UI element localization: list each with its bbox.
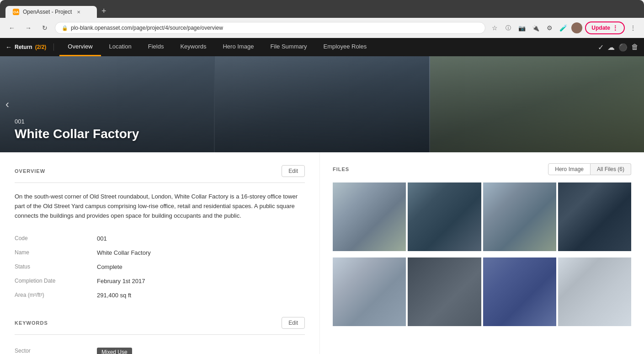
url-text: plo-blank.openasset.com/page/project/4/s…: [71, 25, 223, 31]
field-label-status: Status: [15, 263, 97, 270]
field-row-area: Area (m²/ft²) 291,400 sq ft: [15, 288, 305, 302]
hero-text: 001 White Collar Factory: [15, 118, 139, 141]
address-bar[interactable]: 🔒 plo-blank.openasset.com/page/project/4…: [55, 22, 485, 34]
field-label-area: Area (m²/ft²): [15, 292, 97, 299]
info-icon[interactable]: ⓘ: [503, 22, 514, 33]
project-image-8: [558, 257, 631, 326]
image-cell-7[interactable]: [483, 257, 556, 331]
nav-link-location[interactable]: Location: [101, 38, 140, 56]
reload-button[interactable]: ↻: [38, 21, 51, 34]
image-cell-1[interactable]: [333, 182, 406, 256]
image-cell-2[interactable]: [408, 182, 481, 256]
gear-icon[interactable]: ⚙: [544, 22, 555, 33]
field-label-completion: Completion Date: [15, 278, 97, 284]
puzzle-icon[interactable]: 🧪: [558, 22, 569, 33]
sector-label: Sector: [15, 348, 97, 354]
field-row-name: Name White Collar Factory: [15, 246, 305, 260]
bookmark-icon[interactable]: ☆: [489, 22, 500, 33]
project-image-1: [333, 182, 406, 251]
all-files-button[interactable]: All Files (6): [591, 163, 631, 175]
return-label: Return: [15, 44, 32, 50]
overview-description: On the south-west corner of Old Street r…: [15, 192, 305, 220]
field-label-code: Code: [15, 235, 97, 242]
tab-title: OpenAsset - Project: [23, 9, 72, 15]
main-content: OVERVIEW Edit On the south-west corner o…: [0, 152, 644, 354]
project-image-2: [408, 182, 481, 251]
nav-link-fields[interactable]: Fields: [140, 38, 172, 56]
sector-tags: Mixed Use: [97, 348, 135, 354]
files-button-group: Hero Image All Files (6): [548, 163, 631, 175]
overview-edit-button[interactable]: Edit: [282, 165, 305, 177]
toolbar-icons: ☆ ⓘ 📷 🔌 ⚙ 🧪 Update ⋮ ⋮: [489, 21, 639, 34]
cloud-icon[interactable]: ☁: [607, 43, 615, 52]
image-row-2: [333, 257, 631, 331]
nav-link-file-summary[interactable]: File Summary: [262, 38, 315, 56]
image-cell-4[interactable]: [558, 182, 631, 256]
nav-link-keywords[interactable]: Keywords: [172, 38, 214, 56]
hero-code: 001: [15, 118, 139, 125]
return-arrow-icon: ←: [5, 43, 12, 51]
keywords-edit-button[interactable]: Edit: [282, 317, 305, 329]
tag-mixed-use[interactable]: Mixed Use: [97, 348, 132, 354]
files-section-title: FILES: [333, 166, 349, 172]
files-section-header: FILES Hero Image All Files (6): [333, 163, 631, 175]
overview-section-title: OVERVIEW: [15, 168, 45, 174]
return-button[interactable]: ← Return (2/2): [5, 43, 54, 51]
field-value-name: White Collar Factory: [97, 249, 151, 256]
image-cell-8[interactable]: [558, 257, 631, 331]
field-value-completion: February 1st 2017: [97, 278, 145, 284]
active-tab[interactable]: OA OpenAsset - Project ✕: [5, 6, 97, 18]
check-icon[interactable]: ✓: [598, 43, 604, 52]
overview-section-header: OVERVIEW Edit: [15, 165, 305, 177]
ext-icon-1[interactable]: 🔌: [530, 22, 541, 33]
field-value-code: 001: [97, 235, 107, 242]
hero-prev-button[interactable]: ‹: [5, 98, 9, 111]
field-row-code: Code 001: [15, 231, 305, 246]
left-panel: OVERVIEW Edit On the south-west corner o…: [0, 152, 320, 354]
field-value-status: Complete: [97, 263, 122, 270]
image-row-1: [333, 182, 631, 256]
forward-button[interactable]: →: [22, 21, 35, 34]
new-tab-button[interactable]: +: [98, 5, 110, 18]
profile-icon[interactable]: [571, 22, 582, 33]
nav-link-employee-roles[interactable]: Employee Roles: [315, 38, 375, 56]
app-navigation: ← Return (2/2) Overview Location Fields …: [0, 38, 644, 56]
field-row-completion: Completion Date February 1st 2017: [15, 274, 305, 288]
browser-toolbar: ← → ↻ 🔒 plo-blank.openasset.com/page/pro…: [0, 18, 644, 38]
field-label-name: Name: [15, 249, 97, 256]
nav-right-icons: ✓ ☁ ⚫ 🗑: [598, 43, 639, 52]
field-row-status: Status Complete: [15, 260, 305, 274]
keywords-divider: [15, 334, 305, 335]
hero-title: White Collar Factory: [15, 127, 139, 141]
keywords-section-header: KEYWORDS Edit: [15, 317, 305, 329]
browser-chrome: OA OpenAsset - Project ✕ +: [0, 0, 644, 18]
ban-icon[interactable]: ⚫: [618, 43, 628, 52]
tab-favicon: OA: [13, 9, 19, 15]
project-image-6: [408, 257, 481, 326]
keywords-section-title: KEYWORDS: [15, 320, 48, 326]
hero-section: ‹ 001 White Collar Factory: [0, 56, 644, 152]
browser-tabs: OA OpenAsset - Project ✕ +: [5, 5, 639, 18]
lock-icon: 🔒: [62, 25, 68, 31]
return-count: (2/2): [35, 44, 47, 50]
back-button[interactable]: ←: [5, 21, 18, 34]
hero-image-button[interactable]: Hero Image: [548, 163, 591, 175]
field-value-area: 291,400 sq ft: [97, 292, 131, 299]
project-image-5: [333, 257, 406, 326]
image-cell-6[interactable]: [408, 257, 481, 331]
menu-dots-icon[interactable]: ⋮: [628, 22, 639, 33]
project-image-4: [558, 182, 631, 251]
camera-icon[interactable]: 📷: [516, 22, 527, 33]
fields-table: Code 001 Name White Collar Factory Statu…: [15, 231, 305, 302]
keywords-section: KEYWORDS Edit Sector Mixed Use Service A…: [15, 317, 305, 354]
project-image-7: [483, 257, 556, 326]
sector-row: Sector Mixed Use: [15, 344, 305, 354]
update-button[interactable]: Update ⋮: [585, 21, 625, 34]
image-cell-3[interactable]: [483, 182, 556, 256]
right-panel: FILES Hero Image All Files (6): [320, 152, 644, 354]
trash-icon[interactable]: 🗑: [631, 43, 639, 51]
nav-link-overview[interactable]: Overview: [59, 38, 101, 56]
image-cell-5[interactable]: [333, 257, 406, 331]
nav-link-hero-image[interactable]: Hero Image: [214, 38, 262, 56]
close-tab-icon[interactable]: ✕: [75, 9, 82, 15]
